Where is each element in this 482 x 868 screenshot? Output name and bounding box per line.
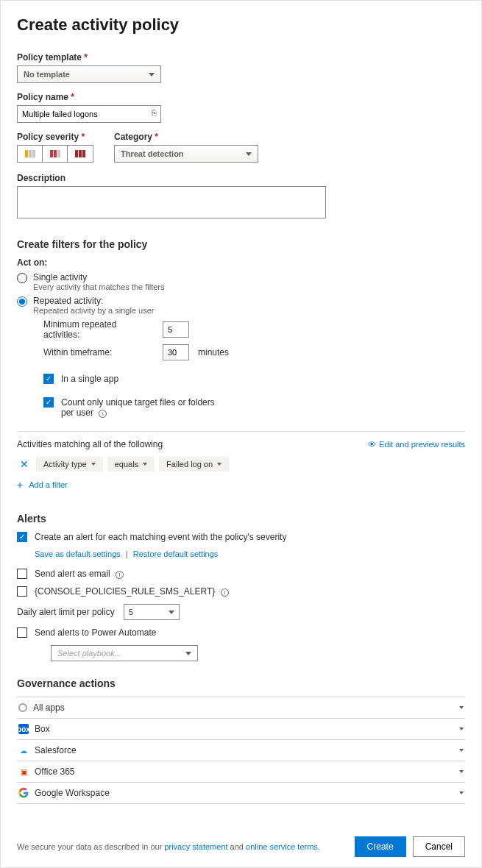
single-activity-label: Single activity bbox=[33, 272, 165, 282]
chevron-down-icon bbox=[185, 652, 191, 655]
severity-toggle[interactable] bbox=[17, 145, 93, 163]
min-activities-input[interactable] bbox=[163, 321, 189, 338]
privacy-link[interactable]: privacy statement bbox=[164, 842, 227, 851]
name-input[interactable] bbox=[17, 105, 161, 123]
unique-targets-label: Count only unique target files or folder… bbox=[61, 397, 215, 418]
within-label: Within timeframe: bbox=[43, 347, 154, 357]
power-automate-label: Send alerts to Power Automate bbox=[35, 627, 156, 638]
name-label: Policy name bbox=[17, 92, 465, 102]
daily-limit-label: Daily alert limit per policy bbox=[17, 607, 115, 617]
description-input[interactable] bbox=[17, 186, 326, 218]
single-activity-sub: Every activity that matches the filters bbox=[33, 282, 165, 291]
send-email-label: Send alert as email bbox=[35, 569, 110, 579]
terms-link[interactable]: online service terms bbox=[246, 842, 318, 851]
info-icon[interactable] bbox=[99, 410, 107, 418]
gov-row-salesforce[interactable]: ☁Salesforce bbox=[17, 739, 465, 761]
severity-medium[interactable] bbox=[43, 146, 68, 162]
eye-icon bbox=[368, 440, 376, 449]
create-alert-label: Create an alert for each matching event … bbox=[35, 532, 286, 542]
severity-high[interactable] bbox=[68, 146, 93, 162]
checkbox-single-app[interactable] bbox=[43, 374, 54, 384]
gov-row-all-apps[interactable]: All apps bbox=[17, 697, 465, 719]
chevron-down-icon bbox=[246, 152, 252, 156]
cancel-button[interactable]: Cancel bbox=[413, 836, 465, 857]
within-unit: minutes bbox=[198, 347, 229, 357]
info-icon[interactable] bbox=[116, 571, 124, 579]
gov-row-box[interactable]: boxBox bbox=[17, 718, 465, 740]
chevron-down-icon bbox=[459, 791, 464, 794]
radio-single-activity[interactable] bbox=[17, 273, 27, 283]
box-icon: box bbox=[18, 724, 29, 734]
matching-label: Activities matching all of the following bbox=[17, 439, 163, 449]
filter-value-chip[interactable]: Failed log on bbox=[159, 457, 229, 472]
category-select[interactable]: Threat detection bbox=[114, 145, 258, 163]
min-activities-label: Minimum repeated activities: bbox=[43, 319, 154, 340]
sms-alert-label: {CONSOLE_POLICIES_RULE_SMS_ALERT} bbox=[35, 586, 215, 597]
category-label: Category bbox=[114, 132, 258, 142]
checkbox-create-alert[interactable] bbox=[17, 532, 27, 542]
checkbox-power-automate[interactable] bbox=[17, 627, 27, 638]
restore-default-link[interactable]: Restore default settings bbox=[133, 549, 219, 558]
within-input[interactable] bbox=[163, 344, 189, 360]
remove-filter-button[interactable]: ✕ bbox=[17, 458, 32, 470]
checkbox-unique-targets[interactable] bbox=[43, 397, 54, 408]
playbook-select[interactable]: Select playbook... bbox=[51, 645, 198, 661]
chevron-down-icon bbox=[459, 706, 464, 709]
chevron-down-icon bbox=[149, 73, 155, 77]
gov-row-google[interactable]: Google Workspace bbox=[17, 782, 465, 804]
clear-icon[interactable]: ⎘ bbox=[152, 108, 157, 117]
daily-limit-select[interactable]: 5 bbox=[124, 604, 180, 620]
template-select[interactable]: No template bbox=[17, 65, 161, 83]
filter-field-chip[interactable]: Activity type bbox=[36, 457, 103, 472]
checkbox-send-email[interactable] bbox=[17, 569, 27, 579]
gov-row-office365[interactable]: ▣Office 365 bbox=[17, 761, 465, 783]
filter-operator-chip[interactable]: equals bbox=[107, 457, 155, 472]
save-default-link[interactable]: Save as default settings bbox=[35, 549, 121, 558]
single-app-label: In a single app bbox=[61, 374, 118, 384]
chevron-down-icon bbox=[459, 728, 464, 730]
all-apps-icon bbox=[18, 703, 27, 712]
template-label: Policy template bbox=[17, 52, 465, 63]
office365-icon: ▣ bbox=[18, 766, 29, 777]
info-icon[interactable] bbox=[221, 588, 229, 597]
chevron-down-icon bbox=[169, 611, 174, 614]
chevron-down-icon bbox=[459, 749, 464, 752]
severity-label: Policy severity bbox=[17, 132, 93, 142]
create-button[interactable]: Create bbox=[355, 836, 406, 857]
preview-results-link[interactable]: Edit and preview results bbox=[368, 440, 465, 449]
add-filter-link[interactable]: + Add a filter bbox=[17, 479, 465, 491]
governance-heading: Governance actions bbox=[17, 677, 465, 689]
page-title: Create activity policy bbox=[17, 15, 465, 35]
repeated-activity-sub: Repeated activity by a single user bbox=[33, 306, 154, 315]
salesforce-icon: ☁ bbox=[18, 745, 29, 755]
filters-heading: Create filters for the policy bbox=[17, 238, 465, 250]
description-label: Description bbox=[17, 173, 465, 183]
footer-text: We secure your data as described in our … bbox=[17, 842, 320, 851]
chevron-down-icon bbox=[459, 770, 464, 773]
plus-icon: + bbox=[17, 479, 23, 491]
radio-repeated-activity[interactable] bbox=[17, 296, 27, 307]
alerts-heading: Alerts bbox=[17, 513, 465, 524]
checkbox-sms-alert[interactable] bbox=[17, 586, 27, 597]
repeated-activity-label: Repeated activity: bbox=[33, 296, 154, 306]
google-icon bbox=[18, 788, 29, 798]
act-on-label: Act on: bbox=[17, 257, 465, 268]
severity-low[interactable] bbox=[18, 146, 43, 162]
